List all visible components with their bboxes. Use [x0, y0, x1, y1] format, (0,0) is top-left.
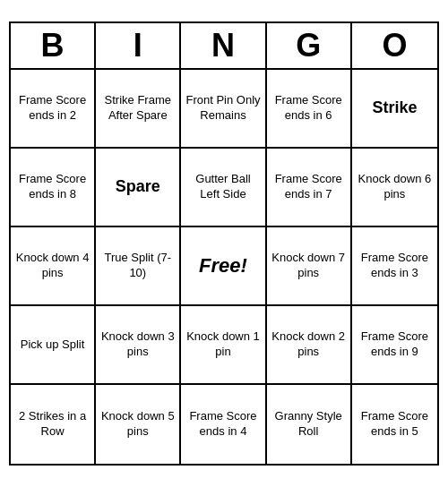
bingo-cell: Frame Score ends in 3: [352, 227, 437, 306]
bingo-cell: Knock down 5 pins: [96, 385, 181, 464]
bingo-cell: Frame Score ends in 6: [267, 70, 352, 149]
bingo-header: BINGO: [11, 23, 437, 70]
bingo-cell: Knock down 6 pins: [352, 149, 437, 227]
bingo-cell: Frame Score ends in 9: [352, 306, 437, 385]
header-letter: G: [267, 23, 352, 68]
bingo-cell: Strike: [352, 70, 437, 149]
header-letter: B: [11, 23, 96, 68]
bingo-cell: Frame Score ends in 7: [267, 149, 352, 227]
bingo-cell: True Split (7-10): [96, 227, 181, 306]
bingo-cell: Granny Style Roll: [267, 385, 352, 464]
bingo-cell: 2 Strikes in a Row: [11, 385, 96, 464]
bingo-cell: Knock down 2 pins: [267, 306, 352, 385]
header-letter: I: [96, 23, 181, 68]
bingo-cell: Frame Score ends in 8: [11, 149, 96, 227]
bingo-cell: Free!: [181, 227, 266, 306]
bingo-cell: Spare: [96, 149, 181, 227]
bingo-cell: Front Pin Only Remains: [181, 70, 266, 149]
bingo-grid: Frame Score ends in 2Strike Frame After …: [11, 70, 437, 464]
bingo-cell: Strike Frame After Spare: [96, 70, 181, 149]
bingo-cell: Frame Score ends in 2: [11, 70, 96, 149]
header-letter: O: [352, 23, 437, 68]
bingo-cell: Knock down 1 pin: [181, 306, 266, 385]
bingo-cell: Frame Score ends in 4: [181, 385, 266, 464]
bingo-card: BINGO Frame Score ends in 2Strike Frame …: [9, 21, 439, 466]
bingo-cell: Frame Score ends in 5: [352, 385, 437, 464]
bingo-cell: Knock down 3 pins: [96, 306, 181, 385]
bingo-cell: Knock down 7 pins: [267, 227, 352, 306]
bingo-cell: Gutter Ball Left Side: [181, 149, 266, 227]
bingo-cell: Knock down 4 pins: [11, 227, 96, 306]
header-letter: N: [181, 23, 266, 68]
bingo-cell: Pick up Split: [11, 306, 96, 385]
